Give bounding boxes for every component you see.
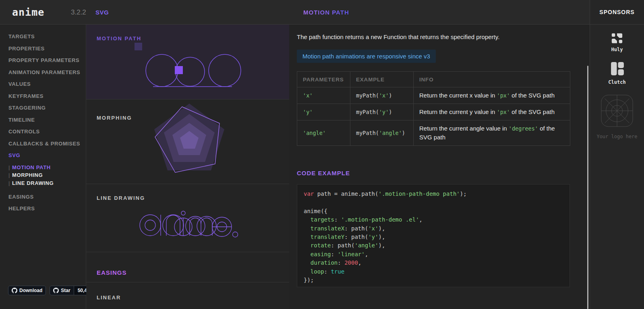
code-line: translateX: path('x'), [304, 224, 563, 233]
code-line: }); [304, 276, 563, 284]
sidebar-item-staggering[interactable]: STAGGERING [0, 102, 86, 114]
code-line: loop: true [304, 268, 563, 276]
sidebar-item-values[interactable]: VALUES [0, 78, 86, 90]
code-line [304, 198, 563, 207]
clutch-logo-icon [610, 61, 625, 76]
column-header-parameters: PARAMETERS [297, 72, 350, 87]
github-download-button[interactable]: Download [8, 286, 46, 295]
code-line: var path = anime.path('.motion-path-demo… [304, 190, 563, 198]
sidebar-subitem-motion-path[interactable]: |MOTION PATH [0, 164, 86, 172]
star-label: Star [61, 288, 70, 293]
info-cell: Return the current angle value in 'degre… [414, 120, 570, 146]
huly-logo-icon [611, 32, 623, 44]
download-label: Download [19, 288, 42, 293]
param-cell: 'angle' [297, 120, 350, 146]
param-cell: 'y' [297, 104, 350, 120]
motion-path-ghost-square [135, 43, 142, 50]
page-title: MOTION PATH [303, 9, 349, 16]
table-row: 'x' myPath('x') Return the current x val… [297, 87, 570, 104]
motion-path-moving-square [175, 66, 183, 74]
sidebar-item-properties[interactable]: PROPERTIES [0, 43, 86, 55]
sponsor-clutch-label[interactable]: Clutch [590, 79, 644, 85]
param-cell: 'x' [297, 87, 350, 104]
demo-label-easings: EASINGS [97, 269, 127, 276]
top-bar: anime 3.2.2 SVG MOTION PATH [0, 0, 644, 25]
docs-scrollbar[interactable] [587, 66, 588, 309]
example-cell: myPath('angle') [350, 120, 414, 146]
github-icon [53, 288, 59, 293]
sponsors-panel: SPONSORS Huly Clutch [590, 0, 644, 309]
divider [590, 24, 644, 25]
sponsor-clutch-link[interactable] [590, 61, 644, 76]
column-header-example: EXAMPLE [350, 72, 414, 87]
anime-logo[interactable]: anime [12, 6, 44, 18]
code-line: translateY: path('y'), [304, 233, 563, 241]
demo-section-linear[interactable]: LINEAR [86, 282, 289, 309]
pipe-marker: | [8, 171, 12, 179]
line-drawing-demo-graphic [136, 201, 241, 242]
motion-path-demo-graphic [134, 41, 242, 91]
sponsor-huly-label[interactable]: Huly [590, 47, 644, 52]
sidebar-item-targets[interactable]: TARGETS [0, 31, 86, 43]
table-header-row: PARAMETERS EXAMPLE INFO [297, 72, 570, 87]
demo-label-morphing: MORPHING [97, 115, 132, 121]
code-line: rotate: path('angle'), [304, 241, 563, 250]
github-icon [12, 288, 17, 293]
sidebar-item-property-parameters[interactable]: PROPERTY PARAMETERS [0, 54, 86, 66]
code-line: targets: '.motion-path-demo .el', [304, 216, 563, 224]
example-cell: myPath('x') [350, 87, 414, 104]
example-cell: myPath('y') [350, 104, 414, 120]
demo-section-morphing[interactable]: MORPHING [86, 100, 289, 184]
sidebar-item-helpers[interactable]: HELPERS [0, 203, 86, 215]
code-example-heading: CODE EXAMPLE [297, 170, 350, 176]
sidebar-subitem-morphing[interactable]: |MORPHING [0, 171, 86, 179]
demo-label-linear: LINEAR [97, 294, 121, 301]
code-line: duration: 2000, [304, 259, 563, 267]
demo-section-line-drawing[interactable]: LINE DRAWING [86, 184, 289, 252]
info-cell: Return the current y value in 'px' of th… [414, 104, 570, 120]
sidebar-item-svg[interactable]: SVG [0, 149, 86, 162]
parameters-table: PARAMETERS EXAMPLE INFO 'x' myPath('x') … [297, 71, 570, 146]
demo-label-motion-path: MOTION PATH [97, 35, 141, 41]
demo-label-line-drawing: LINE DRAWING [97, 195, 145, 201]
sidebar-item-animation-parameters[interactable]: ANIMATION PARAMETERS [0, 66, 86, 79]
github-buttons: Download Star 50,457 [8, 286, 96, 295]
sponsor-placeholder-slot[interactable] [590, 93, 644, 129]
sidebar-subitem-label: LINE DRAWING [12, 180, 54, 186]
pipe-marker: | [8, 179, 12, 187]
code-line: easing: 'linear', [304, 250, 563, 259]
placeholder-logo-icon [599, 93, 635, 129]
code-example-block: var path = anime.path('.motion-path-demo… [297, 184, 570, 287]
sidebar-item-timeline[interactable]: TIMELINE [0, 114, 86, 126]
docs-description: The path function returns a new Function… [297, 33, 575, 40]
info-cell: Return the current x value in 'px' of th… [414, 87, 570, 104]
sidebar-subitem-label: MOTION PATH [12, 164, 51, 170]
sidebar-item-controls[interactable]: CONTROLS [0, 126, 86, 138]
morphing-demo-graphic [149, 100, 230, 184]
sidebar-item-callbacks-promises[interactable]: CALLBACKS & PROMISES [0, 138, 86, 150]
docs-column: The path function returns a new Function… [289, 25, 590, 309]
breadcrumb-section-svg[interactable]: SVG [95, 9, 109, 16]
docs-note-banner: Motion path animations are responsive si… [297, 50, 436, 63]
code-line: anime({ [304, 207, 563, 216]
sidebar-subitem-line-drawing[interactable]: |LINE DRAWING [0, 179, 86, 187]
sidebar-item-easings[interactable]: EASINGS [0, 191, 86, 203]
sponsor-huly-link[interactable] [590, 32, 644, 44]
demo-section-easings-header[interactable]: EASINGS [86, 252, 289, 282]
pipe-marker: | [8, 164, 12, 172]
table-row: 'angle' myPath('angle') Return the curre… [297, 120, 570, 146]
demos-column: MOTION PATH MORPHING LINE DRAWING [86, 25, 289, 309]
sponsors-heading: SPONSORS [590, 9, 644, 15]
column-header-info: INFO [414, 72, 570, 87]
version-label: 3.2.2 [71, 8, 86, 17]
sidebar-item-keyframes[interactable]: KEYFRAMES [0, 90, 86, 102]
demo-section-motion-path[interactable]: MOTION PATH [86, 25, 289, 100]
sponsor-placeholder-label: Your logo here [590, 134, 644, 139]
table-row: 'y' myPath('y') Return the current y val… [297, 104, 570, 120]
sidebar-subitem-label: MORPHING [12, 172, 43, 178]
sidebar-nav: TARGETS PROPERTIES PROPERTY PARAMETERS A… [0, 25, 86, 309]
